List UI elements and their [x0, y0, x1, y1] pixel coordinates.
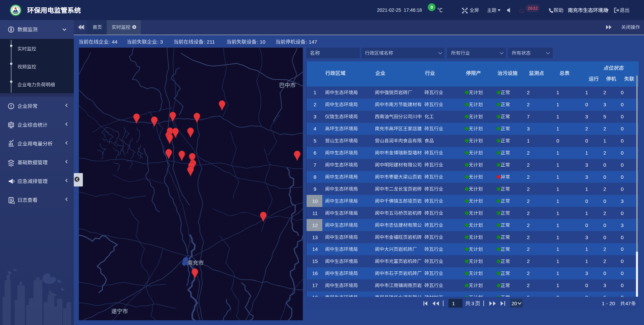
- svg-text:1: 1: [452, 301, 455, 306]
- svg-text:2: 2: [527, 210, 530, 216]
- svg-text:1: 1: [603, 138, 606, 144]
- svg-text:5: 5: [603, 114, 606, 119]
- svg-text:3: 3: [527, 126, 530, 131]
- svg-text:0: 0: [585, 102, 588, 107]
- svg-text:1: 1: [585, 186, 588, 192]
- svg-text:0: 0: [621, 258, 624, 264]
- svg-text:0: 0: [621, 234, 624, 240]
- svg-text:1: 1: [556, 90, 559, 95]
- svg-text:2: 2: [527, 150, 530, 156]
- svg-text:3: 3: [471, 301, 474, 306]
- svg-text:1: 1: [585, 246, 588, 252]
- svg-text:1: 1: [585, 258, 588, 264]
- svg-text:0: 0: [621, 246, 624, 252]
- svg-text:1: 1: [556, 222, 559, 228]
- svg-text:7: 7: [314, 162, 316, 168]
- svg-text:: 10: : 10: [257, 39, 265, 45]
- svg-text:0: 0: [603, 234, 606, 240]
- svg-text:8: 8: [314, 174, 316, 180]
- svg-text:2: 2: [527, 282, 530, 288]
- svg-text:15: 15: [312, 258, 318, 264]
- svg-text:2: 2: [603, 186, 606, 192]
- svg-text:1: 1: [556, 162, 559, 168]
- svg-text:2632: 2632: [528, 6, 538, 11]
- svg-text:3: 3: [585, 270, 588, 276]
- svg-text:5: 5: [314, 138, 316, 144]
- svg-text:: 147: : 147: [306, 39, 317, 45]
- svg-text:1: 1: [585, 90, 588, 95]
- svg-text:0: 0: [603, 222, 606, 228]
- svg-text:2: 2: [527, 90, 530, 95]
- svg-text:16: 16: [312, 270, 318, 276]
- svg-text:2: 2: [603, 258, 606, 264]
- svg-text:0: 0: [621, 102, 624, 107]
- svg-text:0: 0: [585, 138, 588, 144]
- svg-text:6: 6: [314, 150, 316, 156]
- svg-text:1: 1: [556, 174, 559, 180]
- svg-text:1: 1: [556, 234, 559, 240]
- svg-text:1: 1: [556, 210, 559, 216]
- svg-text:2: 2: [527, 234, 530, 240]
- svg-text:2: 2: [527, 162, 530, 168]
- svg-text:2: 2: [527, 222, 530, 228]
- svg-text:14: 14: [312, 246, 318, 252]
- svg-text:: 211: : 211: [204, 39, 215, 45]
- svg-text:2: 2: [603, 210, 606, 216]
- svg-text:1: 1: [527, 138, 530, 144]
- svg-text:0: 0: [585, 222, 588, 228]
- svg-text:2: 2: [527, 246, 530, 252]
- svg-text:: 44: : 44: [109, 39, 117, 45]
- svg-text:2: 2: [603, 246, 606, 252]
- svg-text:: 3: : 3: [157, 39, 163, 45]
- svg-text:3: 3: [603, 282, 606, 288]
- svg-text:3: 3: [585, 174, 588, 180]
- svg-text:0: 0: [603, 174, 606, 180]
- svg-text:17: 17: [312, 282, 318, 288]
- svg-text:0: 0: [585, 282, 588, 288]
- svg-text:13: 13: [312, 234, 318, 240]
- svg-text:3: 3: [314, 114, 316, 119]
- svg-text:1: 1: [556, 150, 559, 156]
- svg-text:0: 0: [621, 114, 624, 119]
- svg-text:1: 1: [556, 114, 559, 119]
- svg-text:0: 0: [603, 270, 606, 276]
- svg-text:1: 1: [556, 282, 559, 288]
- svg-text:0: 0: [585, 198, 588, 204]
- svg-text:12: 12: [312, 222, 318, 228]
- svg-text:10: 10: [312, 198, 318, 204]
- svg-text:0: 0: [621, 174, 624, 180]
- svg-text:0: 0: [621, 210, 624, 216]
- svg-text:0: 0: [603, 162, 606, 168]
- svg-text:0: 0: [621, 150, 624, 156]
- svg-text:1: 1: [556, 198, 559, 204]
- svg-text:1 - 20: 1 - 20: [602, 301, 615, 306]
- svg-text:0: 0: [621, 90, 624, 95]
- svg-text:1: 1: [585, 150, 588, 156]
- svg-text:2: 2: [314, 102, 316, 107]
- svg-text:9: 9: [314, 186, 316, 192]
- svg-text:47: 47: [626, 301, 631, 306]
- svg-text:3: 3: [585, 114, 588, 119]
- svg-text:0: 0: [621, 282, 624, 288]
- svg-text:1: 1: [585, 210, 588, 216]
- svg-text:1: 1: [556, 270, 559, 276]
- svg-text:2: 2: [527, 186, 530, 192]
- svg-text:11: 11: [312, 210, 318, 216]
- svg-text:4: 4: [314, 126, 316, 131]
- svg-text:3: 3: [585, 234, 588, 240]
- svg-text:3: 3: [585, 162, 588, 168]
- svg-text:3: 3: [621, 222, 624, 228]
- svg-text:1: 1: [314, 90, 316, 95]
- svg-text:1: 1: [556, 258, 559, 264]
- svg-text:2: 2: [527, 258, 530, 264]
- svg-text:2: 2: [603, 150, 606, 156]
- svg-text:2: 2: [603, 126, 606, 131]
- svg-text:0: 0: [621, 186, 624, 192]
- svg-text:3: 3: [621, 198, 624, 204]
- svg-text:0: 0: [430, 5, 433, 10]
- svg-text:0: 0: [603, 198, 606, 204]
- svg-text:2021-02-25 17:46:18: 2021-02-25 17:46:18: [377, 7, 422, 13]
- svg-text:2: 2: [603, 90, 606, 95]
- svg-text:2: 2: [527, 102, 530, 107]
- svg-text:0: 0: [621, 126, 624, 131]
